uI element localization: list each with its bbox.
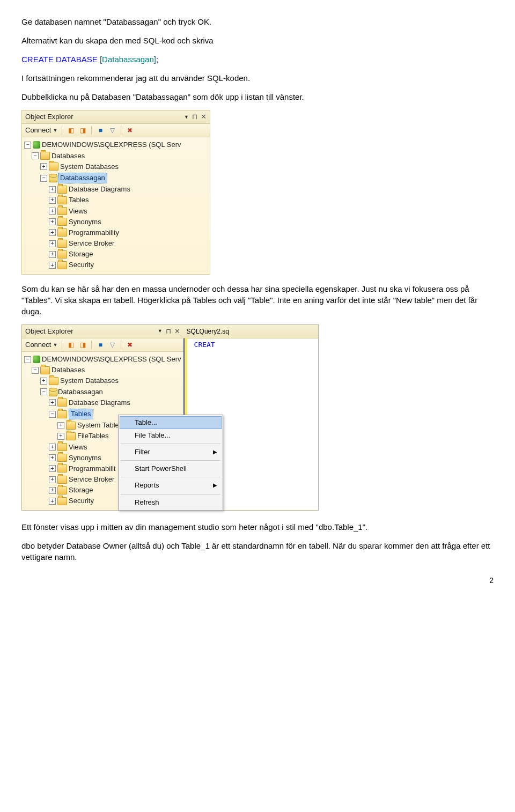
database-diagrams-label: Database Diagrams bbox=[69, 398, 130, 408]
expand-icon[interactable]: + bbox=[49, 465, 56, 472]
tree-synonyms-node[interactable]: + Synonyms bbox=[22, 217, 210, 227]
expand-icon[interactable]: + bbox=[49, 262, 56, 269]
toolbar-filter-icon[interactable]: ▽ bbox=[108, 126, 116, 135]
folder-icon bbox=[66, 432, 76, 440]
folder-icon bbox=[57, 486, 67, 494]
toolbar-stop-icon[interactable]: ■ bbox=[96, 126, 105, 135]
database-icon bbox=[49, 174, 56, 182]
expand-icon[interactable]: + bbox=[49, 229, 56, 236]
collapse-icon[interactable]: − bbox=[24, 142, 31, 149]
collapse-icon[interactable]: − bbox=[32, 367, 39, 374]
context-menu-item-table[interactable]: Table... bbox=[120, 416, 222, 429]
connect-button[interactable]: Connect bbox=[25, 340, 51, 350]
expand-icon[interactable]: + bbox=[40, 378, 47, 385]
expand-icon[interactable]: + bbox=[57, 433, 64, 440]
object-explorer-panel-1: Object Explorer ▼ ⊓ ✕ Connect ▼ ◧ ◨ ■ ▽ … bbox=[21, 110, 210, 275]
folder-icon bbox=[57, 497, 67, 505]
expand-icon[interactable]: + bbox=[49, 454, 56, 461]
toolbar-icon-1[interactable]: ◧ bbox=[67, 341, 75, 349]
expand-icon[interactable]: + bbox=[49, 487, 56, 494]
toolbar-delete-icon[interactable]: ✖ bbox=[126, 341, 134, 349]
tree-server-node[interactable]: − DEMOWINDOWS\SQLEXPRESS (SQL Serv bbox=[22, 139, 210, 150]
pin-icon[interactable]: ⊓ bbox=[166, 327, 171, 336]
connect-button[interactable]: Connect bbox=[25, 126, 51, 135]
views-label: Views bbox=[69, 442, 87, 452]
expand-icon[interactable]: + bbox=[49, 208, 56, 215]
paragraph-7: dbo betyder Database Owner (alltså du) o… bbox=[21, 540, 494, 563]
folder-icon bbox=[57, 207, 67, 215]
toolbar-delete-icon[interactable]: ✖ bbox=[126, 126, 134, 135]
object-explorer-toolbar: Connect ▼ ◧ ◨ ■ ▽ ✖ bbox=[22, 338, 183, 352]
collapse-icon[interactable]: − bbox=[40, 175, 47, 182]
collapse-icon[interactable]: − bbox=[40, 388, 47, 395]
dropdown-icon[interactable]: ▼ bbox=[184, 114, 189, 121]
expand-icon[interactable]: + bbox=[49, 444, 56, 451]
tree-database-diagrams-node[interactable]: + Database Diagrams bbox=[22, 184, 210, 195]
tree-database-diagrams-node[interactable]: + Database Diagrams bbox=[22, 397, 183, 408]
tree-security-node[interactable]: + Security bbox=[22, 260, 210, 270]
reports-label: Reports bbox=[135, 481, 159, 489]
tree-service-broker-node[interactable]: + Service Broker bbox=[22, 238, 210, 249]
collapse-icon[interactable]: − bbox=[32, 152, 39, 159]
tree-views-node[interactable]: + Views bbox=[22, 206, 210, 217]
tree-server-node[interactable]: − DEMOWINDOWS\SQLEXPRESS (SQL Serv bbox=[22, 354, 183, 365]
toolbar-icon-2[interactable]: ◨ bbox=[78, 341, 87, 349]
chevron-down-icon[interactable]: ▼ bbox=[53, 342, 57, 349]
security-label: Security bbox=[69, 496, 94, 506]
collapse-icon[interactable]: − bbox=[49, 411, 56, 418]
databassagan-label-selected: Databassagan bbox=[58, 173, 107, 183]
page-number: 2 bbox=[21, 575, 494, 586]
submenu-arrow-icon: ▶ bbox=[213, 482, 217, 489]
toolbar-icon-2[interactable]: ◨ bbox=[78, 126, 87, 135]
expand-icon[interactable]: + bbox=[49, 251, 56, 258]
paragraph-5: Som du kan se här så har den en massa un… bbox=[21, 283, 494, 317]
collapse-icon[interactable]: − bbox=[24, 356, 31, 363]
context-menu-item-file-table[interactable]: File Table... bbox=[120, 429, 222, 442]
context-menu-item-powershell[interactable]: Start PowerShell bbox=[120, 462, 222, 475]
folder-icon bbox=[57, 476, 67, 484]
expand-icon[interactable]: + bbox=[40, 163, 47, 170]
editor-tab[interactable]: SQLQuery2.sq bbox=[183, 325, 318, 338]
paragraph-4: Dubbelklicka nu på Databasen "Databassag… bbox=[21, 91, 494, 102]
close-icon[interactable]: ✕ bbox=[174, 327, 180, 336]
folder-icon bbox=[40, 152, 50, 160]
databases-label: Databases bbox=[52, 151, 85, 161]
expand-icon[interactable]: + bbox=[49, 498, 56, 505]
toolbar-icon-1[interactable]: ◧ bbox=[67, 126, 75, 135]
expand-icon[interactable]: + bbox=[49, 399, 56, 406]
object-explorer-title: Object Explorer bbox=[25, 327, 73, 336]
context-menu-item-reports[interactable]: Reports ▶ bbox=[120, 479, 222, 492]
expand-icon[interactable]: + bbox=[49, 476, 56, 483]
folder-icon bbox=[57, 196, 67, 204]
context-menu-item-refresh[interactable]: Refresh bbox=[120, 496, 222, 509]
expand-icon[interactable]: + bbox=[49, 218, 56, 225]
pin-icon[interactable]: ⊓ bbox=[192, 112, 197, 122]
expand-icon[interactable]: + bbox=[49, 186, 56, 193]
tree-databases-node[interactable]: − Databases bbox=[22, 365, 183, 375]
server-label: DEMOWINDOWS\SQLEXPRESS (SQL Serv bbox=[42, 355, 181, 364]
expand-icon[interactable]: + bbox=[49, 240, 56, 247]
tree-databassagan-node[interactable]: − Databassagan bbox=[22, 387, 183, 397]
folder-icon bbox=[40, 366, 50, 374]
tree-databases-node[interactable]: − Databases bbox=[22, 151, 210, 161]
context-menu-item-filter[interactable]: Filter ▶ bbox=[120, 446, 222, 459]
folder-icon bbox=[57, 454, 67, 462]
close-icon[interactable]: ✕ bbox=[201, 112, 207, 122]
tree-system-databases-node[interactable]: + System Databases bbox=[22, 375, 183, 386]
tree-system-databases-node[interactable]: + System Databases bbox=[22, 161, 210, 172]
tree-databassagan-node[interactable]: − Databassagan bbox=[22, 172, 210, 184]
dropdown-icon[interactable]: ▼ bbox=[158, 328, 163, 335]
context-menu-divider bbox=[121, 460, 220, 461]
tree-tables-node[interactable]: + Tables bbox=[22, 195, 210, 205]
folder-icon bbox=[57, 240, 67, 248]
tree-programmability-node[interactable]: + Programmability bbox=[22, 227, 210, 238]
chevron-down-icon[interactable]: ▼ bbox=[53, 127, 57, 134]
expand-icon[interactable]: + bbox=[49, 197, 56, 204]
toolbar-stop-icon[interactable]: ■ bbox=[96, 341, 105, 349]
tree-storage-node[interactable]: + Storage bbox=[22, 249, 210, 260]
folder-icon bbox=[66, 422, 76, 430]
synonyms-label: Synonyms bbox=[69, 453, 101, 463]
folder-icon bbox=[57, 261, 67, 269]
expand-icon[interactable]: + bbox=[57, 422, 64, 429]
toolbar-filter-icon[interactable]: ▽ bbox=[108, 341, 116, 349]
